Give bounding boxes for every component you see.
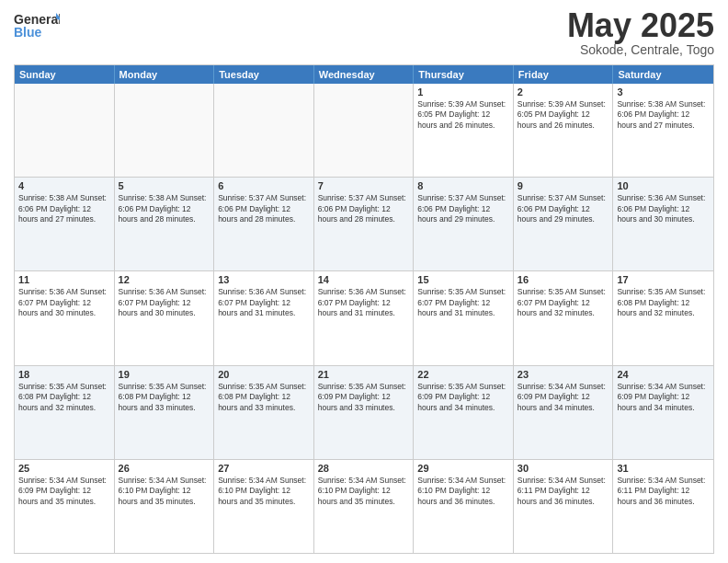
day-info: Sunrise: 5:34 AM Sunset: 6:10 PM Dayligh…: [218, 476, 310, 507]
cal-cell-day: 22Sunrise: 5:35 AM Sunset: 6:09 PM Dayli…: [414, 366, 514, 459]
day-info: Sunrise: 5:34 AM Sunset: 6:10 PM Dayligh…: [417, 476, 509, 507]
day-info: Sunrise: 5:34 AM Sunset: 6:10 PM Dayligh…: [318, 476, 410, 507]
day-info: Sunrise: 5:36 AM Sunset: 6:07 PM Dayligh…: [218, 287, 310, 318]
day-number: 3: [617, 86, 710, 98]
cal-cell-day: 4Sunrise: 5:38 AM Sunset: 6:06 PM Daylig…: [15, 178, 115, 270]
logo: General Blue: [14, 9, 60, 46]
day-number: 17: [617, 274, 710, 285]
day-info: Sunrise: 5:34 AM Sunset: 6:11 PM Dayligh…: [617, 476, 710, 507]
cal-cell-day: 2Sunrise: 5:39 AM Sunset: 6:05 PM Daylig…: [514, 84, 614, 177]
cal-cell-day: 20Sunrise: 5:35 AM Sunset: 6:08 PM Dayli…: [214, 366, 314, 459]
day-info: Sunrise: 5:35 AM Sunset: 6:08 PM Dayligh…: [119, 382, 210, 413]
cal-cell-day: 13Sunrise: 5:36 AM Sunset: 6:07 PM Dayli…: [214, 271, 314, 364]
cal-cell-day: 15Sunrise: 5:35 AM Sunset: 6:07 PM Dayli…: [414, 271, 514, 364]
calendar-body: 1Sunrise: 5:39 AM Sunset: 6:05 PM Daylig…: [15, 84, 713, 553]
cal-header-day: Thursday: [414, 65, 514, 84]
day-info: Sunrise: 5:36 AM Sunset: 6:06 PM Dayligh…: [617, 193, 710, 224]
day-number: 27: [218, 463, 310, 474]
cal-cell-day: 24Sunrise: 5:34 AM Sunset: 6:09 PM Dayli…: [613, 366, 713, 459]
day-info: Sunrise: 5:36 AM Sunset: 6:07 PM Dayligh…: [18, 287, 110, 318]
cal-cell-day: 28Sunrise: 5:34 AM Sunset: 6:10 PM Dayli…: [314, 460, 415, 553]
day-number: 19: [119, 369, 210, 380]
cal-cell-day: 19Sunrise: 5:35 AM Sunset: 6:08 PM Dayli…: [115, 366, 215, 459]
day-number: 12: [119, 274, 210, 285]
title-block: May 2025 Sokode, Centrale, Togo: [567, 9, 714, 57]
cal-header-day: Monday: [115, 65, 215, 84]
day-info: Sunrise: 5:37 AM Sunset: 6:06 PM Dayligh…: [218, 193, 310, 224]
day-info: Sunrise: 5:35 AM Sunset: 6:09 PM Dayligh…: [417, 382, 509, 413]
svg-text:Blue: Blue: [14, 25, 42, 40]
cal-cell-empty: [214, 84, 314, 177]
cal-cell-day: 21Sunrise: 5:35 AM Sunset: 6:09 PM Dayli…: [314, 366, 415, 459]
day-number: 4: [18, 180, 110, 191]
calendar-row: 11Sunrise: 5:36 AM Sunset: 6:07 PM Dayli…: [15, 270, 713, 364]
cal-cell-day: 17Sunrise: 5:35 AM Sunset: 6:08 PM Dayli…: [613, 271, 713, 364]
day-info: Sunrise: 5:39 AM Sunset: 6:05 PM Dayligh…: [518, 99, 609, 131]
cal-cell-day: 14Sunrise: 5:36 AM Sunset: 6:07 PM Dayli…: [314, 271, 415, 364]
day-number: 6: [218, 180, 310, 191]
day-info: Sunrise: 5:37 AM Sunset: 6:06 PM Dayligh…: [318, 193, 410, 224]
logo-svg: General Blue: [14, 9, 60, 46]
day-number: 20: [218, 369, 310, 380]
cal-cell-day: 6Sunrise: 5:37 AM Sunset: 6:06 PM Daylig…: [214, 178, 314, 270]
day-info: Sunrise: 5:37 AM Sunset: 6:06 PM Dayligh…: [417, 193, 509, 224]
day-info: Sunrise: 5:36 AM Sunset: 6:07 PM Dayligh…: [119, 287, 210, 318]
day-info: Sunrise: 5:34 AM Sunset: 6:09 PM Dayligh…: [18, 476, 110, 507]
calendar: SundayMondayTuesdayWednesdayThursdayFrid…: [14, 64, 714, 554]
cal-cell-day: 11Sunrise: 5:36 AM Sunset: 6:07 PM Dayli…: [15, 271, 115, 364]
day-number: 22: [417, 369, 509, 380]
cal-cell-empty: [115, 84, 215, 177]
day-info: Sunrise: 5:34 AM Sunset: 6:09 PM Dayligh…: [518, 382, 609, 413]
day-info: Sunrise: 5:35 AM Sunset: 6:07 PM Dayligh…: [417, 287, 509, 318]
cal-header-day: Friday: [514, 65, 614, 84]
cal-cell-day: 30Sunrise: 5:34 AM Sunset: 6:11 PM Dayli…: [514, 460, 614, 553]
page: General Blue May 2025 Sokode, Centrale, …: [0, 0, 728, 563]
day-info: Sunrise: 5:35 AM Sunset: 6:07 PM Dayligh…: [518, 287, 609, 318]
calendar-header: SundayMondayTuesdayWednesdayThursdayFrid…: [15, 65, 713, 84]
cal-cell-day: 8Sunrise: 5:37 AM Sunset: 6:06 PM Daylig…: [414, 178, 514, 270]
day-number: 30: [518, 463, 609, 474]
cal-cell-day: 7Sunrise: 5:37 AM Sunset: 6:06 PM Daylig…: [314, 178, 415, 270]
day-number: 13: [218, 274, 310, 285]
cal-cell-day: 23Sunrise: 5:34 AM Sunset: 6:09 PM Dayli…: [514, 366, 614, 459]
day-info: Sunrise: 5:34 AM Sunset: 6:11 PM Dayligh…: [518, 476, 609, 507]
day-info: Sunrise: 5:38 AM Sunset: 6:06 PM Dayligh…: [617, 99, 710, 131]
month-title: May 2025: [567, 9, 714, 42]
day-number: 11: [18, 274, 110, 285]
cal-cell-day: 3Sunrise: 5:38 AM Sunset: 6:06 PM Daylig…: [613, 84, 713, 177]
cal-cell-day: 16Sunrise: 5:35 AM Sunset: 6:07 PM Dayli…: [514, 271, 614, 364]
cal-cell-day: 26Sunrise: 5:34 AM Sunset: 6:10 PM Dayli…: [115, 460, 215, 553]
day-number: 5: [119, 180, 210, 191]
cal-header-day: Saturday: [613, 65, 713, 84]
day-number: 29: [417, 463, 509, 474]
calendar-row: 1Sunrise: 5:39 AM Sunset: 6:05 PM Daylig…: [15, 84, 713, 177]
day-number: 23: [518, 369, 609, 380]
day-info: Sunrise: 5:35 AM Sunset: 6:09 PM Dayligh…: [318, 382, 410, 413]
subtitle: Sokode, Centrale, Togo: [567, 42, 714, 57]
day-number: 31: [617, 463, 710, 474]
cal-cell-day: 12Sunrise: 5:36 AM Sunset: 6:07 PM Dayli…: [115, 271, 215, 364]
day-number: 1: [417, 86, 509, 98]
cal-cell-empty: [15, 84, 115, 177]
day-info: Sunrise: 5:35 AM Sunset: 6:08 PM Dayligh…: [617, 287, 710, 318]
calendar-row: 25Sunrise: 5:34 AM Sunset: 6:09 PM Dayli…: [15, 459, 713, 553]
day-number: 18: [18, 369, 110, 380]
header: General Blue May 2025 Sokode, Centrale, …: [14, 9, 714, 57]
day-number: 2: [518, 86, 609, 98]
day-info: Sunrise: 5:39 AM Sunset: 6:05 PM Dayligh…: [417, 99, 509, 131]
day-number: 10: [617, 180, 710, 191]
calendar-row: 4Sunrise: 5:38 AM Sunset: 6:06 PM Daylig…: [15, 177, 713, 270]
day-number: 26: [119, 463, 210, 474]
day-info: Sunrise: 5:37 AM Sunset: 6:06 PM Dayligh…: [518, 193, 609, 224]
cal-header-day: Wednesday: [314, 65, 415, 84]
cal-cell-day: 10Sunrise: 5:36 AM Sunset: 6:06 PM Dayli…: [613, 178, 713, 270]
calendar-row: 18Sunrise: 5:35 AM Sunset: 6:08 PM Dayli…: [15, 365, 713, 459]
day-info: Sunrise: 5:36 AM Sunset: 6:07 PM Dayligh…: [318, 287, 410, 318]
cal-cell-day: 9Sunrise: 5:37 AM Sunset: 6:06 PM Daylig…: [514, 178, 614, 270]
cal-cell-day: 27Sunrise: 5:34 AM Sunset: 6:10 PM Dayli…: [214, 460, 314, 553]
day-number: 24: [617, 369, 710, 380]
day-info: Sunrise: 5:35 AM Sunset: 6:08 PM Dayligh…: [218, 382, 310, 413]
cal-cell-day: 18Sunrise: 5:35 AM Sunset: 6:08 PM Dayli…: [15, 366, 115, 459]
cal-cell-day: 25Sunrise: 5:34 AM Sunset: 6:09 PM Dayli…: [15, 460, 115, 553]
cal-cell-empty: [314, 84, 415, 177]
